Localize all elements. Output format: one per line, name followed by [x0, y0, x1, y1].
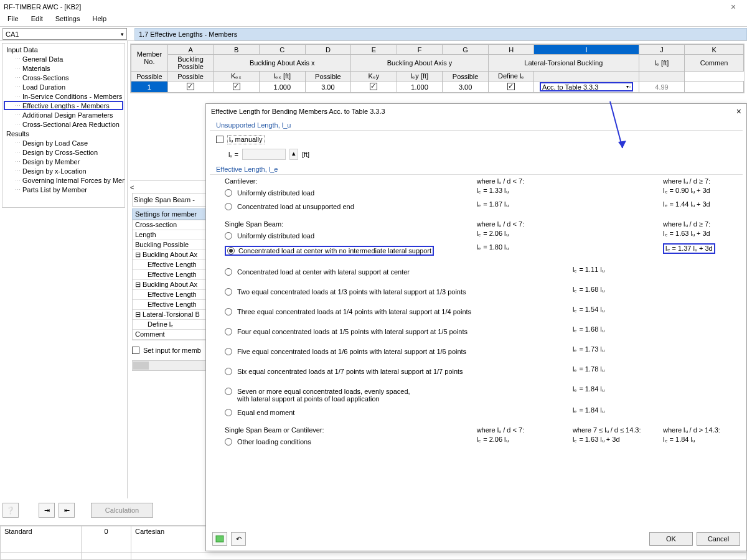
cancel-button[interactable]: Cancel — [697, 532, 740, 546]
check-buckling[interactable] — [187, 83, 194, 90]
tree-item[interactable]: Cross-Sectional Area Reduction — [4, 119, 123, 129]
radio-opt[interactable] — [225, 268, 232, 276]
tree-item[interactable]: Design by Load Case — [4, 138, 123, 147]
radio-other[interactable] — [225, 438, 232, 446]
cell-ley[interactable]: 3.00 — [443, 82, 489, 93]
radio-cant-udl[interactable] — [225, 189, 232, 197]
col-a: A — [167, 45, 214, 55]
col-k: K — [685, 45, 744, 55]
calculation-button[interactable]: Calculation — [91, 503, 153, 518]
loadcase-value: CA1 — [6, 30, 19, 38]
sub-define: Define lₑ — [488, 72, 534, 82]
sub-key: Kₑy — [351, 72, 397, 82]
tree-item[interactable]: Design by Member — [4, 157, 123, 166]
help-icon[interactable]: ❔ — [2, 503, 19, 518]
cell-kex[interactable]: 1.000 — [260, 82, 306, 93]
check-ltb[interactable] — [507, 83, 515, 90]
col-h: H — [488, 45, 534, 55]
radio-ssb-udl[interactable] — [225, 232, 232, 240]
menu-settings[interactable]: Settings — [50, 14, 85, 26]
tree-item[interactable]: Materials — [4, 63, 123, 73]
sub-ley: lₑy [ft] — [397, 72, 443, 82]
where-gt14: where lᵤ / d > 14.3: — [663, 426, 736, 434]
tree-item[interactable]: Load Duration — [4, 82, 123, 91]
check-setinput[interactable] — [132, 347, 139, 354]
export-icon[interactable]: ⇥ — [39, 503, 55, 518]
tree-item[interactable]: Parts List by Member — [4, 185, 123, 194]
sub-possible: Possible — [131, 72, 168, 82]
radio-opt[interactable] — [225, 328, 232, 335]
col-member-no: Member No. — [131, 45, 168, 72]
tree-item[interactable]: Design by x-Location — [4, 166, 123, 175]
menu-help[interactable]: Help — [87, 14, 111, 26]
hdr-buckling: Buckling Possible — [167, 55, 214, 72]
tree-item[interactable]: General Data — [4, 54, 123, 63]
table-row[interactable]: 1 1.000 3.00 1.000 3.00 Acc. to Table 3.… — [131, 82, 744, 93]
radio-opt[interactable] — [225, 288, 232, 296]
radio-ssb-conc-no-support[interactable] — [227, 247, 235, 254]
radio-opt[interactable] — [225, 348, 232, 355]
tree-item-effective-lengths[interactable]: Effective Lengths - Members — [4, 101, 123, 110]
col-f: F — [397, 45, 443, 55]
dialog-title: Effective Length for Bending Members Acc… — [211, 108, 385, 115]
where-lt7: where lᵤ / d < 7: — [477, 220, 573, 228]
cell-lex[interactable]: 3.00 — [305, 82, 351, 93]
spinner-icon[interactable]: ▴ — [289, 149, 298, 160]
lu-manual-label: lᵤ manually — [227, 135, 265, 144]
app-title: RF-TIMBER AWC - [KB2] — [4, 3, 723, 11]
section-effective: Effective Length, l_e — [210, 163, 743, 175]
radio-cant-conc[interactable] — [225, 203, 232, 210]
hdr-bax: Buckling About Axis x — [214, 55, 351, 72]
tree-item[interactable]: Cross-Sections — [4, 73, 123, 82]
cell-lef: 4.99 — [639, 82, 685, 93]
decimal-icon[interactable] — [212, 532, 227, 546]
sub-possible: Possible — [443, 72, 489, 82]
effective-length-dialog: Effective Length for Bending Members Acc… — [205, 103, 747, 551]
col-g: G — [443, 45, 489, 55]
menu-file[interactable]: File — [2, 14, 24, 26]
sub-kex: Kₑₓ — [214, 72, 260, 82]
cell-key[interactable]: 1.000 — [397, 82, 443, 93]
lu-label: lᵤ = — [228, 151, 238, 159]
radio-opt[interactable] — [225, 368, 232, 375]
panel-title: 1.7 Effective Lengths - Members — [134, 28, 747, 40]
tree-results[interactable]: Results — [4, 129, 123, 138]
tree-item[interactable]: Governing Internal Forces by Member — [4, 175, 123, 185]
status-standard: Standard — [1, 526, 82, 553]
import-icon[interactable]: ⇤ — [59, 503, 75, 518]
chevron-down-icon: ▾▫ — [626, 84, 631, 90]
where-ge7: where lᵤ / d ≥ 7: — [663, 220, 736, 228]
col-c: C — [260, 45, 306, 55]
col-j: J — [639, 45, 685, 55]
col-b: B — [214, 45, 260, 55]
radio-opt[interactable] — [225, 388, 232, 395]
menubar: File Edit Settings Help — [0, 14, 747, 26]
cantilever-label: Cantilever: — [216, 177, 477, 185]
svg-rect-0 — [216, 536, 223, 542]
reset-icon[interactable]: ↶ — [231, 532, 246, 546]
check-lu-manual[interactable] — [216, 136, 223, 143]
radio-opt[interactable] — [225, 308, 232, 315]
check-bay[interactable] — [370, 83, 377, 90]
col-e: E — [351, 45, 397, 55]
where-lt7: where lᵤ / d < 7: — [477, 177, 573, 185]
app-titlebar: RF-TIMBER AWC - [KB2] × — [0, 0, 747, 14]
lu-input[interactable] — [242, 149, 286, 160]
menu-edit[interactable]: Edit — [26, 14, 48, 26]
close-icon[interactable]: × — [723, 2, 743, 12]
ok-button[interactable]: OK — [649, 532, 693, 546]
chevron-down-icon: ▾ — [121, 31, 124, 37]
check-bax[interactable] — [233, 83, 240, 90]
define-le-combo[interactable]: Acc. to Table 3.3.3▾▫ — [540, 82, 633, 91]
members-grid[interactable]: Member No. A B C D E F G H I J K Bucklin… — [130, 44, 745, 93]
where-lt7: where lᵤ / d < 7: — [477, 426, 573, 434]
loadcase-combo[interactable]: CA1 ▾ — [2, 28, 127, 40]
tree-item[interactable]: In-Service Conditions - Members — [4, 91, 123, 101]
tree-item[interactable]: Design by Cross-Section — [4, 147, 123, 157]
col-d: D — [305, 45, 351, 55]
tree-input-data[interactable]: Input Data — [4, 45, 123, 54]
hdr-comment: Commen — [685, 55, 744, 72]
tree-item[interactable]: Additional Design Parameters — [4, 110, 123, 119]
close-icon[interactable]: × — [736, 106, 741, 116]
radio-opt[interactable] — [225, 409, 232, 416]
